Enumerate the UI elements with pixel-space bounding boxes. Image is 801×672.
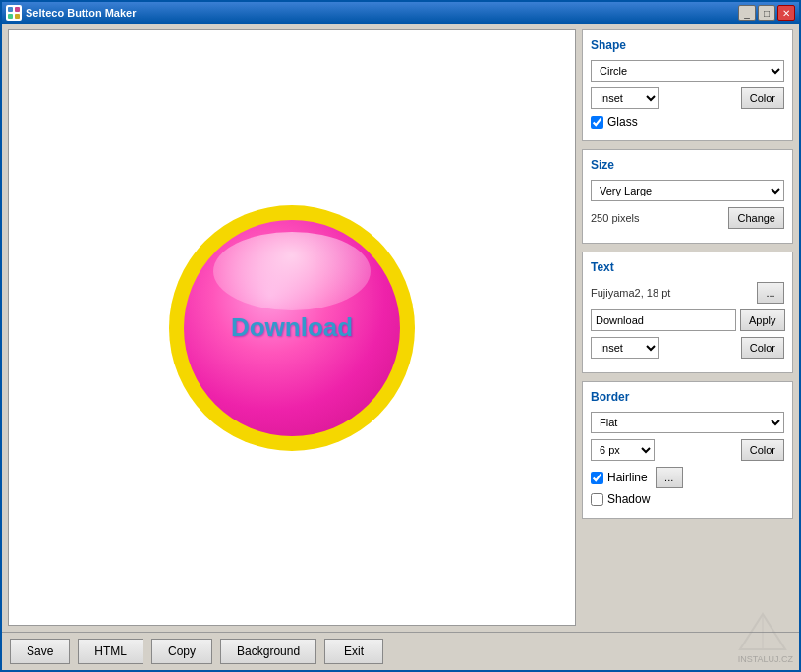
hairline-label: Hairline — [607, 471, 648, 484]
text-section-title: Text — [591, 260, 784, 274]
copy-button[interactable]: Copy — [151, 639, 212, 664]
maximize-button[interactable]: □ — [758, 5, 775, 21]
text-style-row: Inset Outset Flat None Color — [591, 337, 784, 359]
glass-checkbox[interactable] — [591, 116, 603, 129]
font-display: Fujiyama2, 18 pt — [591, 287, 753, 299]
window-controls: _ □ ✕ — [738, 5, 795, 21]
main-content: Download Shape Circle Square Rounded Squ… — [2, 24, 799, 632]
button-preview-text: Download — [231, 312, 353, 343]
watermark-text: INSTALUJ.CZ — [738, 654, 793, 664]
save-button[interactable]: Save — [10, 639, 70, 664]
border-section-title: Border — [591, 390, 784, 404]
window-title: Selteco Button Maker — [26, 7, 738, 19]
background-button[interactable]: Background — [220, 639, 316, 664]
size-pixels-row: 250 pixels Change — [591, 207, 784, 229]
html-button[interactable]: HTML — [78, 639, 143, 664]
shadow-checkbox[interactable] — [591, 493, 603, 506]
close-button[interactable]: ✕ — [777, 5, 795, 21]
main-window: Selteco Button Maker _ □ ✕ Download Shap… — [0, 0, 801, 672]
border-color-button[interactable]: Color — [741, 439, 784, 461]
watermark: INSTALUJ.CZ — [738, 612, 793, 664]
shape-select-row: Circle Square Rounded Square Pill — [591, 60, 784, 82]
hairline-row: Hairline ... — [591, 467, 784, 488]
svg-rect-1 — [15, 7, 20, 12]
border-style-select[interactable]: Flat Inset Outset None — [591, 412, 784, 433]
svg-line-7 — [763, 614, 785, 649]
app-icon — [6, 5, 22, 21]
svg-rect-0 — [8, 7, 13, 12]
border-px-row: 6 px 2 px 4 px 8 px 10 px Color — [591, 439, 784, 461]
glass-label: Glass — [607, 115, 638, 129]
shape-select[interactable]: Circle Square Rounded Square Pill — [591, 60, 784, 82]
svg-rect-3 — [15, 14, 20, 19]
shadow-row: Shadow — [591, 492, 784, 506]
text-color-button[interactable]: Color — [741, 337, 784, 359]
button-preview-outer: Download — [169, 205, 415, 451]
button-text-input[interactable] — [591, 309, 736, 331]
font-row: Fujiyama2, 18 pt ... — [591, 282, 784, 304]
size-section: Size Very Large Large Medium Small Custo… — [582, 149, 793, 244]
shadow-label: Shadow — [607, 492, 650, 506]
size-select-row: Very Large Large Medium Small Custom — [591, 180, 784, 201]
border-style-row: Flat Inset Outset None — [591, 412, 784, 433]
hairline-options-button[interactable]: ... — [656, 467, 683, 488]
glass-checkbox-row: Glass — [591, 115, 784, 129]
hairline-checkbox[interactable] — [591, 472, 603, 484]
right-panel: Shape Circle Square Rounded Square Pill … — [582, 29, 793, 626]
border-px-select[interactable]: 6 px 2 px 4 px 8 px 10 px — [591, 439, 655, 461]
button-glass-effect — [213, 232, 371, 310]
text-section: Text Fujiyama2, 18 pt ... Apply Inset Ou… — [582, 252, 793, 373]
bottom-bar: Save HTML Copy Background Exit INSTALUJ.… — [2, 632, 799, 670]
button-preview-inner: Download — [184, 220, 400, 436]
text-style-select[interactable]: Inset Outset Flat None — [591, 337, 659, 359]
shape-section-title: Shape — [591, 38, 784, 52]
shape-style-select[interactable]: Inset Outset Flat — [591, 87, 659, 109]
shape-style-row: Inset Outset Flat Color — [591, 87, 784, 109]
font-picker-button[interactable]: ... — [757, 282, 784, 304]
size-section-title: Size — [591, 158, 784, 172]
exit-button[interactable]: Exit — [324, 639, 383, 664]
shape-section: Shape Circle Square Rounded Square Pill … — [582, 29, 793, 141]
size-select[interactable]: Very Large Large Medium Small Custom — [591, 180, 784, 201]
border-section: Border Flat Inset Outset None 6 px 2 px … — [582, 381, 793, 519]
svg-rect-2 — [8, 14, 13, 19]
size-change-button[interactable]: Change — [728, 207, 784, 229]
title-bar: Selteco Button Maker _ □ ✕ — [2, 2, 799, 24]
text-apply-button[interactable]: Apply — [740, 309, 785, 331]
minimize-button[interactable]: _ — [738, 5, 756, 21]
pixels-display: 250 pixels — [591, 212, 640, 224]
text-input-row: Apply — [591, 309, 784, 331]
preview-canvas: Download — [8, 29, 576, 626]
shape-color-button[interactable]: Color — [741, 87, 784, 109]
